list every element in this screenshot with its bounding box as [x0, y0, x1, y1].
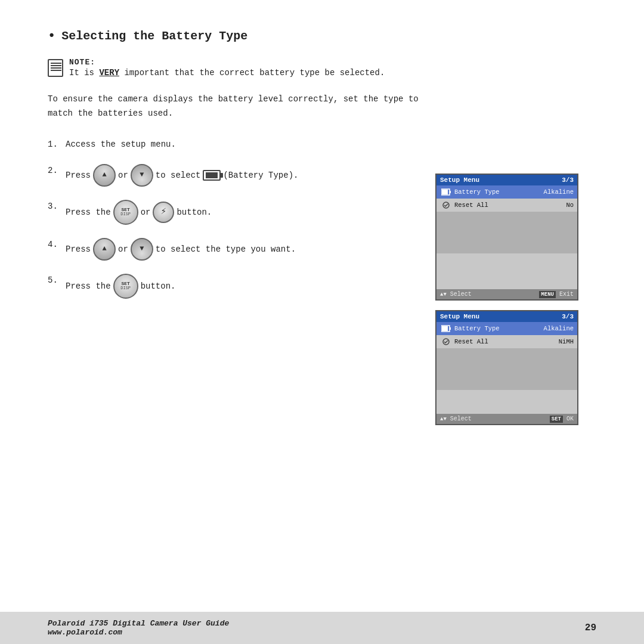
page-title: Selecting the Battery Type — [61, 29, 247, 43]
footer-left: Polaroid i735 Digital Camera User Guide … — [48, 619, 229, 637]
footer-bar: Polaroid i735 Digital Camera User Guide … — [0, 612, 644, 644]
step-4-num: 4. — [48, 238, 66, 251]
menu-2-footer-ok: SET OK — [550, 416, 574, 422]
menu-2-header: Setup Menu 3/3 — [436, 311, 577, 322]
svg-rect-1 — [450, 191, 451, 193]
step-2-num: 2. — [48, 164, 66, 177]
menu-2-row-2-value: NiMH — [559, 338, 574, 345]
step-2-text-before: Press — [66, 169, 91, 182]
menu-1-row-1-label: Battery Type — [454, 188, 544, 196]
note-label: NOTE: — [69, 58, 385, 67]
body-text: To ensure the camera displays the batter… — [48, 92, 429, 121]
down-arrow-button — [131, 164, 153, 187]
menu-1-row-1: Battery Type Alkaline — [436, 185, 577, 199]
menu-2-header-page: 3/3 — [562, 313, 574, 320]
bullet-point: • — [48, 29, 55, 44]
footer-guide-title: Polaroid i735 Digital Camera User Guide — [48, 619, 229, 628]
note-text-rest: important that the correct battery type … — [119, 68, 385, 78]
menu-1-row-2-value: No — [566, 202, 574, 209]
menu-1-row-2-icon — [440, 200, 452, 210]
menu-2-row-1: Battery Type Alkaline — [436, 322, 577, 335]
section-title: • Selecting the Battery Type — [48, 29, 596, 44]
step-2: 2. Press or to select (Battery Type). — [48, 164, 435, 187]
menu-2-header-label: Setup Menu — [440, 313, 479, 320]
menu-2-footer: ▲▼ Select SET OK — [436, 414, 577, 424]
step-4-or: or — [118, 243, 128, 256]
menu-1-footer-exit: MENU Exit — [539, 291, 574, 298]
menu-1-row-1-icon — [440, 187, 452, 197]
step-4-text-before: Press — [66, 243, 91, 256]
menu-screenshot-1: Setup Menu 3/3 Battery Type Alkaline Res… — [435, 174, 578, 301]
menu-1-body — [436, 212, 577, 253]
step-3-text-after: button. — [177, 206, 212, 219]
svg-rect-2 — [442, 190, 448, 194]
step-4-to: to select the type you want. — [156, 243, 296, 256]
menu-1-footer: ▲▼ Select MENU Exit — [436, 289, 577, 299]
step-2-or1: or — [118, 169, 128, 182]
menu-2-row-1-label: Battery Type — [454, 325, 544, 332]
menu-2-row-2-label: Reset All — [454, 338, 559, 345]
step-1-num: 1. — [48, 138, 66, 151]
menu-screenshot-2: Setup Menu 3/3 Battery Type Alkaline Res… — [435, 310, 578, 425]
step-1-text: Access the setup menu. — [66, 138, 176, 151]
step-5-text-before: Press the — [66, 280, 111, 293]
disp-label: DISP — [120, 212, 131, 216]
step-3-or: or — [141, 206, 151, 219]
footer-page-number: 29 — [585, 623, 596, 633]
set-disp-button: SET DISP — [113, 200, 138, 225]
step-1: 1. Access the setup menu. — [48, 138, 435, 151]
menu-2-body — [436, 348, 577, 390]
menu-1-header: Setup Menu 3/3 — [436, 175, 577, 185]
battery-icon — [203, 170, 221, 181]
menu-1-header-page: 3/3 — [562, 177, 574, 184]
step-5-content: Press the SET DISP button. — [66, 274, 175, 299]
menu-2-row-2: Reset All NiMH — [436, 335, 577, 348]
down-arrow-button-2 — [131, 238, 153, 261]
step-3-text-before: Press the — [66, 206, 111, 219]
step-3-content: Press the SET DISP or ⚡ button. — [66, 200, 212, 225]
page-content: • Selecting the Battery Type NOTE: It is… — [0, 0, 644, 449]
note-icon — [48, 59, 63, 77]
step-2-to: to select — [156, 169, 201, 182]
note-text: It is VERY important that the correct ba… — [69, 67, 385, 79]
up-arrow-button-2 — [93, 238, 116, 261]
set-disp-button-2: SET DISP — [113, 274, 138, 299]
menu-1-row-1-value: Alkaline — [544, 188, 574, 196]
note-box: NOTE: It is VERY important that the corr… — [48, 58, 596, 79]
menu-1-footer-select: ▲▼ Select — [440, 291, 472, 298]
steps-left: 1. Access the setup menu. 2. Press or to… — [48, 138, 435, 425]
step-2-text-after: (Battery Type). — [223, 169, 298, 182]
svg-rect-5 — [450, 327, 451, 330]
steps-right: Setup Menu 3/3 Battery Type Alkaline Res… — [435, 138, 596, 425]
up-arrow-button — [93, 164, 116, 187]
note-text-bold: VERY — [99, 68, 119, 78]
menu-2-row-2-icon — [440, 337, 452, 346]
menu-2-footer-select: ▲▼ Select — [440, 416, 472, 422]
step-4: 4. Press or to select the type you want. — [48, 238, 435, 261]
step-5-text-after: button. — [141, 280, 176, 293]
menu-2-row-1-value: Alkaline — [544, 325, 574, 332]
note-text-plain: It is — [69, 68, 99, 78]
battery-fill — [206, 172, 218, 178]
step-3-num: 3. — [48, 200, 66, 213]
menu-2-row-1-icon — [440, 324, 452, 333]
menu-1-row-2: Reset All No — [436, 199, 577, 212]
note-content: NOTE: It is VERY important that the corr… — [69, 58, 385, 79]
step-4-content: Press or to select the type you want. — [66, 238, 296, 261]
step-2-content: Press or to select (Battery Type). — [66, 164, 298, 187]
menu-1-header-label: Setup Menu — [440, 177, 479, 184]
steps-area: 1. Access the setup menu. 2. Press or to… — [48, 138, 596, 425]
footer-website: www.polaroid.com — [48, 628, 229, 637]
menu-1-row-2-label: Reset All — [454, 202, 566, 209]
step-5: 5. Press the SET DISP button. — [48, 274, 435, 299]
svg-rect-6 — [442, 326, 448, 331]
step-3: 3. Press the SET DISP or ⚡ button. — [48, 200, 435, 225]
flash-button: ⚡ — [153, 202, 174, 223]
step-5-num: 5. — [48, 274, 66, 287]
disp-label-2: DISP — [120, 286, 131, 290]
